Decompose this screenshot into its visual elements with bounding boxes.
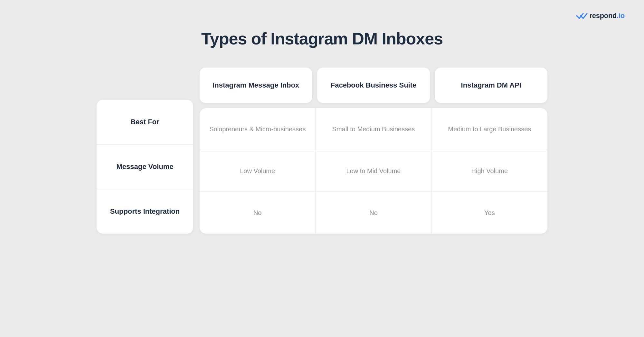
data-columns: Instagram Message Inbox Facebook Busines… — [200, 68, 547, 234]
header-row: Instagram Message Inbox Facebook Busines… — [200, 68, 547, 103]
data-rows: Solopreneurs & Micro-businesses Small to… — [200, 108, 547, 234]
label-cell-best-for: Best For — [97, 100, 193, 145]
cell-supports-integration-col2: No — [316, 192, 431, 234]
cell-best-for-col2: Small to Medium Businesses — [316, 108, 431, 150]
cell-message-volume-col3: High Volume — [432, 150, 547, 192]
cell-message-volume-col2: Low to Mid Volume — [316, 150, 431, 192]
cell-supports-integration-col3: Yes — [432, 192, 547, 234]
header-instagram-inbox: Instagram Message Inbox — [200, 68, 312, 103]
cell-message-volume-col1: Low Volume — [200, 150, 316, 192]
row-supports-integration: No No Yes — [200, 192, 547, 234]
cell-best-for-col1: Solopreneurs & Micro-businesses — [200, 108, 316, 150]
logo: respond.io — [576, 12, 625, 20]
header-facebook-business-suite: Facebook Business Suite — [317, 68, 430, 103]
row-best-for: Solopreneurs & Micro-businesses Small to… — [200, 108, 547, 150]
header-instagram-dm-api: Instagram DM API — [435, 68, 547, 103]
logo-wordmark: respond.io — [590, 12, 625, 20]
comparison-table: Best For Message Volume Supports Integra… — [97, 68, 547, 234]
cell-supports-integration-col1: No — [200, 192, 316, 234]
label-cell-message-volume: Message Volume — [97, 145, 193, 189]
page-title: Types of Instagram DM Inboxes — [201, 29, 443, 48]
label-cell-supports-integration: Supports Integration — [97, 189, 193, 234]
logo-icon — [576, 12, 588, 20]
row-message-volume: Low Volume Low to Mid Volume High Volume — [200, 150, 547, 192]
labels-column: Best For Message Volume Supports Integra… — [97, 100, 193, 234]
cell-best-for-col3: Medium to Large Businesses — [432, 108, 547, 150]
